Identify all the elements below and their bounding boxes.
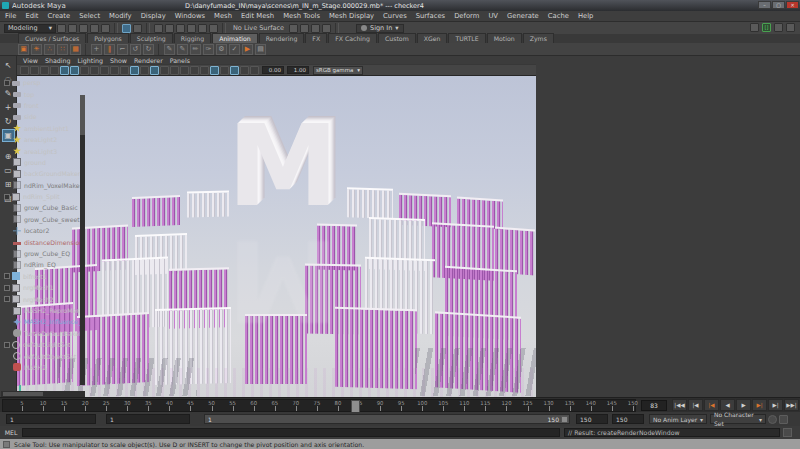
shelf-icon-18[interactable]: ▤ [255,44,266,55]
expand-box[interactable] [4,296,10,302]
go-to-start-button[interactable]: |◀◀ [672,399,687,411]
outliner-item-mash2-influence-lso[interactable]: MASH2_Influence_lso [4,316,85,327]
range-handle[interactable] [561,416,568,423]
outliner-item-locator2[interactable]: locator2 [4,225,85,236]
menu-generate[interactable]: Generate [507,12,539,20]
anim-end-field[interactable]: 150 [612,414,644,424]
viewport-menu-panels[interactable]: Panels [170,57,190,64]
viewport-toolbar-icon-2[interactable] [30,66,39,75]
statusline-icon[interactable] [289,24,298,33]
shelf-icon-11[interactable]: ✎ [164,44,175,55]
playback-end-field[interactable]: 150 [576,414,608,424]
viewport-menu-shading[interactable]: Shading [45,57,71,64]
statusline-icon[interactable] [101,24,110,33]
viewport-toolbar-icon-10[interactable] [110,66,119,75]
viewport-toolbar-icon-23[interactable] [240,66,249,75]
expand-box[interactable] [4,285,10,291]
outliner-item-ground[interactable]: ground [4,157,85,168]
statusline-icon[interactable] [165,24,174,33]
shelf-tab-animation[interactable]: Animation [212,33,258,43]
step-forward-frame-button[interactable]: ▶| [768,399,783,411]
timeline-track[interactable]: 5101520253035404550556065707580859095100… [2,399,636,412]
mel-input[interactable] [22,428,560,437]
outliner-item-persp[interactable]: persp [4,77,85,88]
outliner-item-ambientlight1[interactable]: ambientLight1 [4,123,85,134]
animation-preferences-icon[interactable] [779,415,788,424]
shelf-tab-rigging[interactable]: Rigging [174,33,211,43]
shelf-icon-6[interactable]: + [91,44,102,55]
timeline-playhead[interactable] [351,400,360,413]
statusline-icon[interactable] [198,24,207,33]
menu-deform[interactable]: Deform [454,12,479,20]
statusline-icon[interactable] [209,24,218,33]
shelf-tab-motion[interactable]: Motion [487,33,522,43]
menu-mesh[interactable]: Mesh [214,12,232,20]
expand-box[interactable] [4,194,10,200]
statusline-icon[interactable] [154,24,163,33]
statusline-icon[interactable] [322,24,331,33]
viewport-toolbar-icon-22[interactable] [230,66,239,75]
statusline-icon[interactable] [79,24,88,33]
minimize-button[interactable]: – [758,1,771,9]
close-button[interactable]: ✕ [786,1,799,9]
menu-modify[interactable]: Modify [109,12,132,20]
viewport-toolbar-icon-19[interactable] [200,66,209,75]
go-to-end-button[interactable]: ▶▶| [784,399,799,411]
viewport-toolbar-icon-21[interactable] [220,66,229,75]
shelf-icon-12[interactable]: ✎ [177,44,188,55]
viewport-toolbar-icon-6[interactable] [70,66,79,75]
select-tool[interactable]: ↖ [2,59,15,72]
viewport-toolbar-icon-18[interactable] [190,66,199,75]
shelf-icon-9[interactable]: ↺ [130,44,141,55]
outliner-item-side[interactable]: side [4,111,85,122]
viewport-toolbar-icon-8[interactable] [90,66,99,75]
outliner-item-ndrim-voxelmaker1[interactable]: ndRim_VoxelMaker1 [4,180,85,191]
step-back-frame-button[interactable]: |◀ [688,399,703,411]
statusline-right-icon[interactable] [750,23,759,32]
statusline-icon[interactable] [133,24,142,33]
outliner-item-grow-cube-eq[interactable]: grow_Cube_EQ [4,248,85,259]
outliner-item-ndrim-split[interactable]: ndRim_Split [4,191,85,202]
outliner-item-turtledefaultbakelay[interactable]: TurtleDefaultBakeLay [4,328,85,339]
shelf-icon-3[interactable]: ∴ [44,44,55,55]
viewport-menu-lighting[interactable]: Lighting [78,57,103,64]
shelf-icon-2[interactable]: ✳ [31,44,42,55]
viewport-toolbar-icon-17[interactable] [180,66,189,75]
current-frame-field[interactable]: 83 [641,400,667,411]
colorspace-dropdown[interactable]: sRGB gamma▾ [313,66,363,75]
menu-set-dropdown[interactable]: Modeling▾ [4,24,56,33]
outliner-item-defaultobjectset[interactable]: defaultObjectSet [4,350,85,361]
shelf-icon-17[interactable]: ▶ [242,44,253,55]
shelf-icon-14[interactable]: ✑ [203,44,214,55]
viewport-toolbar-icon-7[interactable] [80,66,89,75]
viewport-toolbar-icon-1[interactable] [20,66,29,75]
menu-file[interactable]: File [5,12,16,20]
outliner-item-bifrost1[interactable]: bifrost1 [4,271,85,282]
shelf-tab-rendering[interactable]: Rendering [259,33,305,43]
outliner-item-distancedimension1[interactable]: distanceDimension1 [4,236,85,247]
statusline-right-icon[interactable] [774,23,783,32]
menu-create[interactable]: Create [48,12,71,20]
viewport-scene[interactable]: M M [17,76,536,397]
shelf-icon-7[interactable]: ‖ [104,44,115,55]
statusline-icon[interactable] [122,24,131,33]
viewport-toolbar-icon-9[interactable] [100,66,109,75]
outliner-item-nrgmesh1[interactable]: nrgMesh1 [4,282,85,293]
restore-button[interactable]: ▢ [772,1,785,9]
menu-mesh-display[interactable]: Mesh Display [329,12,374,20]
shelf-icon-1[interactable]: ▣ [18,44,29,55]
outliner-item-backgroundmaker[interactable]: backGroundMaker [4,168,85,179]
viewport-toolbar-icon-5[interactable] [60,66,69,75]
gamma-field[interactable]: 1.00 [287,66,309,74]
outliner-item-top[interactable]: top [4,88,85,99]
outliner-item-defaultlightset[interactable]: defaultLightSet [4,339,85,350]
outliner-item-arealight3[interactable]: areaLight3 [4,145,85,156]
menu-select[interactable]: Select [79,12,100,20]
outliner-item-grow-cube-sweet[interactable]: grow_Cube_sweet [4,214,85,225]
shelf-tab-xgen[interactable]: XGen [417,33,448,43]
shelf-icon-13[interactable]: ✏ [190,44,201,55]
shelf-tab-fx[interactable]: FX [305,33,327,43]
viewport-toolbar-icon-12[interactable] [130,66,139,75]
statusline-right-icon[interactable]: [] [762,23,771,32]
script-editor-icon[interactable] [783,428,792,437]
